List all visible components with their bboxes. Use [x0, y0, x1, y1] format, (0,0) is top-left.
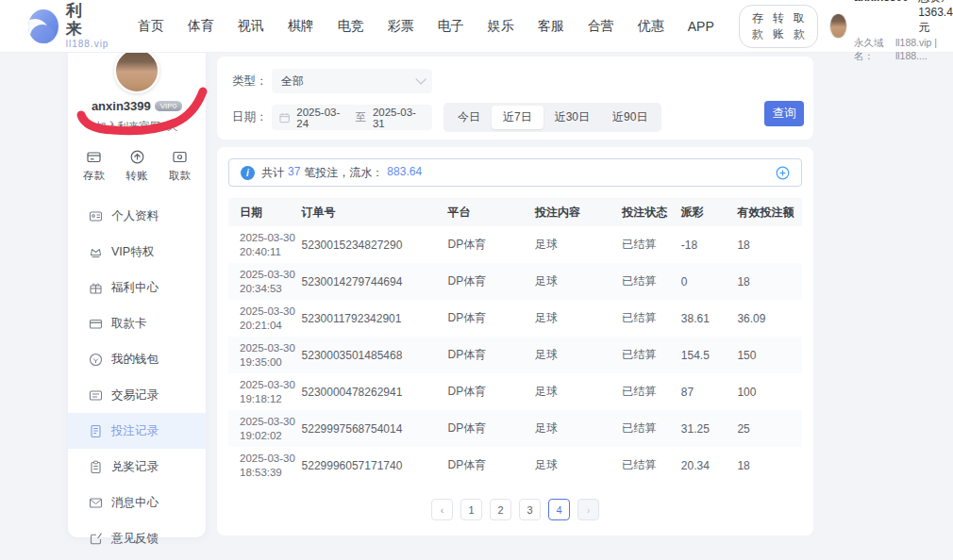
nav-affiliate[interactable]: 合营	[588, 18, 614, 35]
clipboard-icon	[89, 460, 103, 474]
sidebar-item-bet-records[interactable]: 投注记录	[68, 413, 206, 449]
page-button-3[interactable]: 3	[519, 499, 541, 520]
vip-badge: VIP0	[155, 101, 182, 111]
range-today-button[interactable]: 今日	[446, 106, 492, 129]
profile-avatar[interactable]	[114, 48, 159, 93]
sidebar-item-transactions[interactable]: 交易记录	[68, 377, 206, 413]
envelope-icon	[89, 496, 103, 510]
sidebar-item-feedback[interactable]: 意见反馈	[68, 520, 206, 556]
feedback-icon	[89, 532, 103, 546]
main-nav: 首页 体育 视讯 棋牌 电竞 彩票 电子 娱乐 客服 合营 优惠 APP	[138, 18, 714, 35]
summary-middle: 笔投注，流水：	[304, 165, 383, 181]
join-days-text: 加入利来官网1天	[68, 120, 206, 134]
sidebar: anxin3399 VIP0 加入利来官网1天 存款 转账 取款 个人资料	[68, 53, 206, 537]
assets-label: 总资产：	[918, 0, 953, 4]
nav-live[interactable]: 视讯	[238, 18, 264, 35]
table-row: 2025-03-3019:02:02 5229997568754014 DP体育…	[228, 410, 802, 447]
page-button-1[interactable]: 1	[460, 499, 482, 520]
prev-page-button[interactable]: ‹	[431, 499, 453, 520]
page: 利 来 ll188.vip 首页 体育 视讯 棋牌 电竞 彩票 电子 娱乐 客服…	[0, 0, 953, 560]
header-deposit-button[interactable]: 存款	[752, 10, 763, 42]
filter-card: 类型： 全部 日期： 2025-03-24 至 2025-03-31 今日 近7…	[217, 57, 813, 140]
date-from-value: 2025-03-24	[296, 107, 348, 129]
logo-title: 利 来	[66, 3, 113, 38]
nav-promos[interactable]: 优惠	[638, 18, 664, 35]
sidebar-item-profile[interactable]: 个人资料	[68, 198, 206, 234]
bet-records-card: i 共计 37 笔投注，流水： 883.64 日期 订单号 平台 投注内容 投注…	[217, 147, 813, 535]
header-user-block[interactable]: anxin3399 总资产：1363.49元 永久域名： ll188.vip |…	[829, 0, 953, 62]
calendar-icon	[279, 112, 290, 124]
col-order: 订单号	[302, 205, 448, 221]
table-header-row: 日期 订单号 平台 投注内容 投注状态 派彩 有效投注额	[228, 198, 802, 226]
header-transfer-button[interactable]: 转账	[773, 10, 784, 42]
nav-sports[interactable]: 体育	[188, 18, 214, 35]
table-row: 2025-03-3019:35:00 5230003501485468 DP体育…	[228, 337, 802, 373]
nav-home[interactable]: 首页	[138, 18, 164, 35]
deposit-icon	[86, 149, 102, 165]
nav-esports[interactable]: 电竞	[338, 18, 364, 35]
page-button-4[interactable]: 4	[548, 499, 570, 520]
col-status: 投注状态	[622, 205, 681, 221]
domain-label: 永久域名：	[854, 36, 893, 62]
date-range-input[interactable]: 2025-03-24 至 2025-03-31	[272, 105, 432, 130]
table-row: 2025-03-3020:40:11 5230015234827290 DP体育…	[228, 226, 802, 263]
circle-plus-icon[interactable]	[776, 166, 790, 180]
quick-range-group: 今日 近7日 近30日 近90日	[443, 103, 661, 132]
range-30days-button[interactable]: 近30日	[543, 106, 601, 129]
gift-icon	[89, 281, 103, 295]
assets-value: 1363.49元	[918, 6, 953, 34]
header-username: anxin3399	[854, 0, 909, 5]
transaction-list-icon	[89, 388, 103, 403]
avatar	[829, 13, 847, 39]
logo-sphere-icon	[28, 9, 59, 43]
summary-prefix: 共计	[261, 165, 284, 181]
col-platform: 平台	[448, 205, 535, 221]
nav-support[interactable]: 客服	[538, 18, 564, 35]
next-page-button[interactable]: ›	[577, 499, 599, 520]
bank-card-icon	[89, 317, 103, 331]
sidebar-item-welfare[interactable]: 福利中心	[68, 270, 206, 305]
quick-transfer-button[interactable]: 转账	[126, 149, 148, 183]
sidebar-item-messages[interactable]: 消息中心	[68, 485, 206, 520]
sidebar-item-withdraw-card[interactable]: 取款卡	[68, 305, 206, 341]
sidebar-item-vip[interactable]: VIP特权	[68, 234, 206, 270]
quick-deposit-button[interactable]: 存款	[83, 149, 105, 183]
site-logo[interactable]: 利 来 ll188.vip	[28, 3, 113, 48]
summary-turnover: 883.64	[387, 165, 422, 181]
nav-app[interactable]: APP	[688, 19, 714, 34]
bet-records-icon	[89, 424, 103, 438]
page-button-2[interactable]: 2	[490, 499, 511, 520]
vip-crown-icon	[89, 245, 103, 259]
bet-records-table: 日期 订单号 平台 投注内容 投注状态 派彩 有效投注额 2025-03-302…	[228, 198, 802, 484]
table-row: 2025-03-3020:21:04 5230011792342901 DP体育…	[228, 300, 802, 337]
sidebar-menu: 个人资料 VIP特权 福利中心 取款卡 我的钱包 交易记录	[68, 198, 206, 556]
transfer-icon	[129, 149, 145, 165]
sidebar-item-reward-records[interactable]: 兑奖记录	[68, 449, 206, 485]
summary-count: 37	[288, 165, 300, 181]
date-separator: 至	[355, 110, 366, 124]
quick-withdraw-button[interactable]: 取款	[169, 149, 191, 183]
nav-slots[interactable]: 电子	[438, 18, 464, 35]
wallet-icon	[89, 353, 103, 367]
top-header: 利 来 ll188.vip 首页 体育 视讯 棋牌 电竞 彩票 电子 娱乐 客服…	[0, 0, 953, 53]
type-select[interactable]: 全部	[272, 69, 432, 93]
col-valid: 有效投注额	[737, 205, 802, 221]
summary-bar: i 共计 37 笔投注，流水： 883.64	[228, 158, 802, 187]
date-label: 日期：	[232, 109, 272, 125]
nav-entertainment[interactable]: 娱乐	[488, 18, 514, 35]
table-row: 2025-03-3018:53:39 5229996057171740 DP体育…	[228, 447, 802, 484]
range-7days-button[interactable]: 近7日	[492, 106, 543, 129]
range-90days-button[interactable]: 近90日	[601, 106, 659, 129]
profile-username: anxin3399	[92, 99, 151, 113]
col-payout: 派彩	[681, 205, 738, 221]
withdraw-icon	[172, 149, 188, 165]
nav-lottery[interactable]: 彩票	[388, 18, 414, 35]
info-icon: i	[241, 166, 255, 180]
query-button[interactable]: 查询	[764, 101, 804, 126]
table-row: 2025-03-3019:18:12 5230000478262941 DP体育…	[228, 373, 802, 410]
nav-boardgames[interactable]: 棋牌	[288, 18, 314, 35]
col-content: 投注内容	[535, 205, 622, 221]
date-to-value: 2025-03-31	[373, 107, 425, 129]
header-withdraw-button[interactable]: 取款	[794, 10, 805, 42]
sidebar-item-wallet[interactable]: 我的钱包	[68, 341, 206, 377]
